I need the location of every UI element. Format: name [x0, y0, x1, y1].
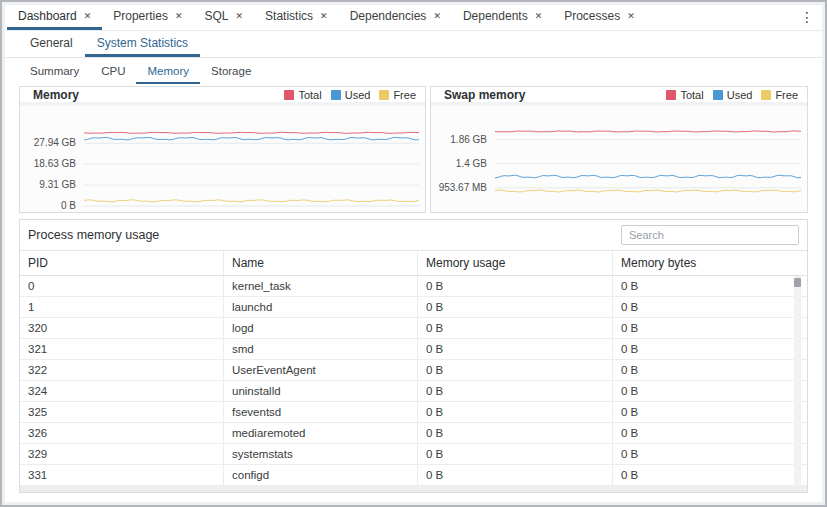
svg-text:1.86 GB: 1.86 GB [450, 134, 487, 145]
tab-properties[interactable]: Properties ✕ [102, 5, 193, 30]
cell-name: systemstats [224, 444, 418, 464]
charts-row: Memory Total Used Free [19, 86, 808, 213]
stattab-label: CPU [101, 65, 125, 77]
tab-statistics[interactable]: Statistics ✕ [254, 5, 339, 30]
cell-name: logd [224, 318, 418, 338]
cell-name: launchd [224, 297, 418, 317]
column-header-pid[interactable]: PID [20, 251, 224, 275]
cell-pid: 1 [20, 297, 224, 317]
tab-close-icon[interactable]: ✕ [433, 11, 441, 21]
column-header-name[interactable]: Name [224, 251, 418, 275]
app-frame: Dashboard ✕ Properties ✕ SQL ✕ Statistic… [0, 0, 827, 507]
process-memory-usage-panel: Process memory usage PID Name Memory usa… [19, 219, 808, 493]
table-row[interactable]: 324 uninstalld 0 B 0 B [20, 381, 807, 402]
cell-usage: 0 B [418, 318, 613, 338]
tab-close-icon[interactable]: ✕ [535, 11, 543, 21]
legend-item-used: Used [713, 89, 753, 101]
editor-tab-bar: Dashboard ✕ Properties ✕ SQL ✕ Statistic… [5, 5, 822, 31]
legend-swatch-total [666, 90, 676, 100]
tab-dependencies[interactable]: Dependencies ✕ [339, 5, 452, 30]
vertical-scrollbar-thumb[interactable] [794, 278, 801, 287]
svg-text:9.31 GB: 9.31 GB [39, 179, 76, 190]
tab-cpu[interactable]: CPU [90, 60, 136, 84]
horizontal-scrollbar-track[interactable] [20, 486, 807, 492]
tab-close-icon[interactable]: ✕ [627, 11, 635, 21]
process-table-title: Process memory usage [28, 228, 159, 242]
tab-dependents[interactable]: Dependents ✕ [452, 5, 553, 30]
kebab-menu-icon[interactable]: ⋮ [800, 9, 814, 25]
cell-bytes: 0 B [613, 276, 807, 296]
table-row[interactable]: 331 configd 0 B 0 B [20, 465, 807, 486]
cell-usage: 0 B [418, 423, 613, 443]
tab-label: Dependencies [350, 9, 427, 23]
tab-label: Processes [564, 9, 620, 23]
column-header-memory-usage[interactable]: Memory usage [418, 251, 613, 275]
cell-bytes: 0 B [613, 423, 807, 443]
swap-chart-legend: Total Used Free [666, 89, 798, 101]
cell-bytes: 0 B [613, 465, 807, 485]
cell-name: fseventsd [224, 402, 418, 422]
cell-bytes: 0 B [613, 402, 807, 422]
vertical-scrollbar-track[interactable] [794, 276, 801, 486]
search-input[interactable] [621, 225, 799, 245]
tab-close-icon[interactable]: ✕ [320, 11, 328, 21]
legend-label: Used [727, 89, 753, 101]
memory-chart-panel: Memory Total Used Free [19, 86, 426, 213]
subtab-label: System Statistics [97, 36, 188, 50]
table-row[interactable]: 322 UserEventAgent 0 B 0 B [20, 360, 807, 381]
table-row[interactable]: 320 logd 0 B 0 B [20, 318, 807, 339]
tab-system-statistics[interactable]: System Statistics [85, 31, 200, 57]
legend-label: Total [680, 89, 703, 101]
stattab-label: Summary [30, 65, 79, 77]
cell-pid: 326 [20, 423, 224, 443]
column-header-memory-bytes[interactable]: Memory bytes [613, 251, 807, 275]
svg-text:18.63 GB: 18.63 GB [34, 158, 77, 169]
legend-swatch-free [761, 90, 771, 100]
legend-swatch-total [284, 90, 294, 100]
svg-text:0 B: 0 B [61, 200, 76, 211]
table-row[interactable]: 0 kernel_task 0 B 0 B [20, 276, 807, 297]
memory-chart-legend: Total Used Free [284, 89, 416, 101]
table-row[interactable]: 321 smd 0 B 0 B [20, 339, 807, 360]
dashboard-window: Dashboard ✕ Properties ✕ SQL ✕ Statistic… [5, 5, 822, 502]
tab-memory[interactable]: Memory [136, 60, 200, 84]
tab-sql[interactable]: SQL ✕ [194, 5, 255, 30]
tab-processes[interactable]: Processes ✕ [553, 5, 646, 30]
stattab-label: Memory [147, 65, 189, 77]
legend-swatch-used [713, 90, 723, 100]
table-row[interactable]: 325 fseventsd 0 B 0 B [20, 402, 807, 423]
cell-pid: 329 [20, 444, 224, 464]
cell-name: kernel_task [224, 276, 418, 296]
cell-usage: 0 B [418, 444, 613, 464]
cell-pid: 322 [20, 360, 224, 380]
table-header-row: PID Name Memory usage Memory bytes [20, 250, 807, 276]
subtab-label: General [30, 36, 73, 50]
legend-item-free: Free [379, 89, 416, 101]
table-row[interactable]: 1 launchd 0 B 0 B [20, 297, 807, 318]
table-row[interactable]: 326 mediaremoted 0 B 0 B [20, 423, 807, 444]
tab-dashboard[interactable]: Dashboard ✕ [7, 5, 102, 30]
tab-close-icon[interactable]: ✕ [236, 11, 244, 21]
table-body: 0 kernel_task 0 B 0 B 1 launchd 0 B 0 B … [20, 276, 807, 486]
cell-pid: 331 [20, 465, 224, 485]
tab-summary[interactable]: Summary [19, 60, 90, 84]
cell-pid: 320 [20, 318, 224, 338]
cell-pid: 325 [20, 402, 224, 422]
cell-usage: 0 B [418, 297, 613, 317]
tab-close-icon[interactable]: ✕ [84, 11, 92, 21]
svg-text:1.4 GB: 1.4 GB [456, 158, 487, 169]
tab-close-icon[interactable]: ✕ [175, 11, 183, 21]
cell-pid: 0 [20, 276, 224, 296]
cell-bytes: 0 B [613, 297, 807, 317]
tab-general[interactable]: General [18, 31, 85, 57]
cell-usage: 0 B [418, 465, 613, 485]
table-row[interactable]: 329 systemstats 0 B 0 B [20, 444, 807, 465]
memory-chart-title: Memory [33, 88, 79, 102]
cell-name: uninstalld [224, 381, 418, 401]
tab-storage[interactable]: Storage [200, 60, 262, 84]
cell-usage: 0 B [418, 339, 613, 359]
cell-pid: 321 [20, 339, 224, 359]
tab-label: Dependents [463, 9, 528, 23]
tab-label: Dashboard [18, 9, 77, 23]
tab-label: SQL [205, 9, 229, 23]
